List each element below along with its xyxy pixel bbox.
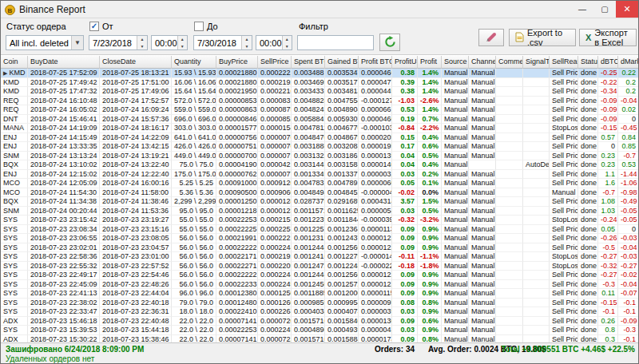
table-row[interactable]: SYS2018-07-23 23:15:422018-07-23 23:19:2…: [1, 216, 639, 225]
table-row[interactable]: MCO2018-07-24 11:54:302018-07-24 11:58:0…: [1, 188, 639, 198]
column-header[interactable]: dMarket: [618, 56, 639, 69]
to-checkbox[interactable]: До: [194, 22, 218, 31]
column-header[interactable]: Coin: [1, 56, 28, 69]
table-row[interactable]: MANA2018-07-24 14:19:092018-07-24 18:16:…: [1, 124, 639, 133]
table-row[interactable]: SYS2018-07-23 22:58:362018-07-23 23:01:0…: [1, 252, 639, 262]
column-header[interactable]: Source: [442, 56, 469, 69]
order-status-label: Статус ордера: [6, 22, 66, 31]
to-checkbox-box[interactable]: [194, 22, 204, 31]
table-row[interactable]: SNM2018-07-24 13:13:242018-07-24 13:19:2…: [1, 152, 639, 161]
column-header[interactable]: Quantity: [172, 56, 216, 69]
cell-profit: 0.8%: [418, 299, 442, 308]
table-row[interactable]: ENJ2018-07-24 12:15:022018-07-24 12:22:4…: [1, 170, 639, 180]
cell-profit-btc: -0.0000395: [359, 216, 392, 225]
cell-quantity: 559.0 \ 559.0: [172, 105, 216, 115]
cell-gained-btt: 0.0015884: [325, 335, 359, 343]
to-date-input[interactable]: 7/30/2018 ▲▼: [193, 35, 252, 50]
column-header[interactable]: SignalType: [523, 56, 550, 69]
table-row[interactable]: SYS2018-07-23 23:02:012018-07-23 23:04:5…: [1, 243, 639, 253]
column-header[interactable]: Profit: [418, 56, 442, 69]
cell-sellreasor: Sell Price: [550, 97, 578, 106]
cell-profitusdt: 0.53: [392, 105, 418, 115]
column-header[interactable]: ChannelNa: [469, 56, 496, 69]
column-header[interactable]: Comment: [496, 56, 523, 69]
table-row[interactable]: MCO2018-07-24 12:05:092018-07-24 16:00:1…: [1, 179, 639, 188]
column-header[interactable]: Spent BTC: [292, 56, 325, 69]
table-row[interactable]: ENJ2018-07-24 13:33:352018-07-24 13:42:1…: [1, 142, 639, 152]
cell-dbtc: -0.32: [598, 262, 618, 271]
cell-source: Manual: [442, 97, 469, 106]
cell-comment: [496, 87, 523, 97]
order-status-value: All incl. deleted: [10, 38, 69, 48]
table-row[interactable]: SYS2018-07-23 22:41:132018-07-23 22:44:0…: [1, 289, 639, 299]
column-header[interactable]: Gained BTt: [325, 56, 359, 69]
maximize-button[interactable]: ▢: [593, 1, 616, 18]
table-row[interactable]: REQ2018-07-24 16:10:482018-07-24 17:52:5…: [1, 97, 639, 106]
to-date-spinner[interactable]: ▲▼: [241, 36, 252, 49]
cell-status: done: [578, 243, 598, 253]
table-row[interactable]: SYS2018-07-23 22:33:472018-07-23 22:36:3…: [1, 307, 639, 317]
table-row[interactable]: BQX2018-07-24 13:10:022018-07-24 13:22:4…: [1, 160, 639, 170]
cell-buydate: 2018-07-23 22:45:09: [28, 280, 100, 290]
cell-profit-btc: 0.0000140: [359, 160, 392, 170]
column-header[interactable]: dBTC: [598, 56, 618, 69]
column-header[interactable]: CloseDate: [100, 56, 172, 69]
cell-dmarket: -0.45: [618, 124, 639, 133]
table-row[interactable]: SYS2018-07-23 22:45:092018-07-23 22:48:2…: [1, 280, 639, 290]
cell-spent-btc: 0.0012444: [292, 243, 325, 253]
table-row[interactable]: SYS2018-07-23 23:06:552018-07-23 23:08:0…: [1, 234, 639, 243]
table-row[interactable]: ADX2018-07-23 15:30:222018-07-23 15:38:4…: [1, 335, 639, 343]
column-header[interactable]: Status: [578, 56, 598, 69]
table-row[interactable]: DNT2018-07-24 15:46:412018-07-24 15:57:3…: [1, 115, 639, 125]
table-row[interactable]: SNM2018-07-24 00:20:442018-07-24 11:53:3…: [1, 207, 639, 216]
grid-header-row: CoinBuyDateCloseDateQuantityBuyPriceSell…: [1, 56, 639, 69]
cell-buyprice: 0.00001218: [216, 207, 258, 216]
export-excel-button[interactable]: X Экспорт в Excel: [579, 29, 637, 46]
refresh-button[interactable]: [379, 34, 400, 51]
column-header[interactable]: BuyPrice: [216, 56, 258, 69]
order-status-select[interactable]: All incl. deleted ▼: [6, 35, 84, 50]
from-time-input[interactable]: 00:00 ▲▼: [151, 35, 188, 50]
table-row[interactable]: KMD2018-07-25 17:49:422018-07-25 17:51:0…: [1, 78, 639, 88]
column-header[interactable]: SellReasor: [550, 56, 578, 69]
cell-dmarket: 0.2: [618, 87, 639, 97]
brush-button[interactable]: [478, 29, 504, 46]
minimize-button[interactable]: —: [571, 1, 593, 18]
column-header[interactable]: ProfitUSDT: [392, 56, 418, 69]
table-row[interactable]: ▶KMD2018-07-25 17:52:092018-07-25 18:13:…: [1, 69, 639, 78]
from-checkbox[interactable]: ✓ От: [89, 22, 113, 31]
table-row[interactable]: SYS2018-07-23 22:49:172018-07-23 22:54:4…: [1, 271, 639, 280]
to-time-spinner[interactable]: ▲▼: [282, 36, 292, 49]
table-row[interactable]: ENJ2018-07-24 14:15:492018-07-24 14:22:0…: [1, 133, 639, 143]
cell-sellprice: 0.0002205: [258, 262, 292, 271]
table-row[interactable]: REQ2018-07-24 16:05:022018-07-24 16:09:2…: [1, 105, 639, 115]
from-date-input[interactable]: 7/23/2018 ▲▼: [89, 35, 148, 50]
from-checkbox-box[interactable]: ✓: [89, 22, 99, 31]
column-header[interactable]: SellPrice: [258, 56, 292, 69]
filter-input[interactable]: [297, 35, 374, 50]
export-csv-button[interactable]: Export to .csv: [509, 29, 576, 46]
from-date-spinner[interactable]: ▲▼: [137, 36, 147, 49]
cell-profit-btc: 0.0000174: [359, 335, 392, 343]
table-row[interactable]: KMD2018-07-25 17:47:322018-07-25 17:49:0…: [1, 87, 639, 97]
cell-sellreasor: StopLoss F: [550, 252, 578, 262]
cell-dbtc: 0.8: [598, 326, 618, 335]
table-row[interactable]: ADX2018-07-23 15:46:182018-07-23 22:40:4…: [1, 317, 639, 326]
cell-quantity: 449.0 \ 449.0: [172, 152, 216, 161]
cell-closedate: 2018-07-24 12:22:40: [100, 170, 172, 180]
to-time-input[interactable]: 00:00 ▲▼: [256, 35, 292, 50]
table-row[interactable]: BQX2018-07-24 11:34:382018-07-24 11:38:4…: [1, 197, 639, 207]
cell-spent-btc: 0.0015710: [292, 317, 325, 326]
table-row[interactable]: SYS2018-07-23 23:08:342018-07-23 23:15:1…: [1, 225, 639, 235]
close-button[interactable]: ✕: [616, 1, 638, 18]
table-row[interactable]: SYS2018-07-23 15:39:532018-07-23 15:44:1…: [1, 326, 639, 335]
from-time-spinner[interactable]: ▲▼: [177, 36, 187, 49]
table-row[interactable]: SYS2018-07-23 22:38:022018-07-23 22:40:1…: [1, 299, 639, 308]
column-header[interactable]: Profit BTC: [359, 56, 392, 69]
table-row[interactable]: SYS2018-07-23 22:55:322018-07-23 22:57:5…: [1, 262, 639, 271]
cell-sellprice: 0.0002245: [258, 280, 292, 290]
cell-sellreasor: Sell Price: [550, 280, 578, 290]
chevron-down-icon[interactable]: ▼: [71, 36, 83, 49]
cell-spent-btc: 0.0034331: [292, 87, 325, 97]
column-header[interactable]: BuyDate: [28, 56, 100, 69]
